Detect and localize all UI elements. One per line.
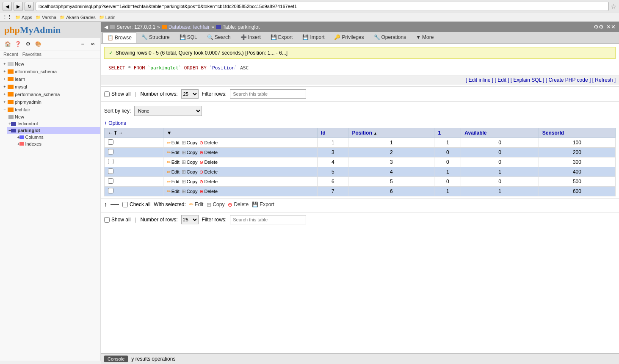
bulk-edit-button[interactable]: ✏ Edit [189, 201, 204, 207]
copy-row-2[interactable]: ⊞ Copy [182, 159, 198, 165]
settings-icon[interactable]: ⚙ [24, 40, 32, 48]
show-all-checkbox-bottom[interactable] [104, 217, 110, 223]
sidebar-item-information-schema[interactable]: + information_schema [0, 68, 100, 75]
filter-input-bottom[interactable] [230, 215, 306, 224]
header-gear-icon[interactable]: ⚙ [594, 24, 604, 30]
show-all-checkbox[interactable] [104, 91, 110, 97]
tab-privileges[interactable]: 🔑 Privileges [329, 32, 368, 43]
edit-row-5[interactable]: ✏ Edit [167, 189, 180, 194]
sidebar-item-indexes[interactable]: + Indexes [15, 141, 100, 147]
delete-row-4[interactable]: ⊖ Delete [199, 179, 218, 185]
col-arrow-right[interactable]: → [118, 130, 123, 136]
sidebar-item-phpmyadmin[interactable]: + phpmyadmin [0, 98, 100, 106]
copy-row-0[interactable]: ⊞ Copy [182, 140, 198, 146]
row-checkbox-0[interactable] [108, 139, 113, 145]
delete-row-0[interactable]: ⊖ Delete [199, 140, 218, 146]
options-link[interactable]: + Options [101, 119, 619, 128]
help-icon[interactable]: ❓ [14, 40, 22, 48]
tab-more[interactable]: ▼ More [411, 32, 438, 43]
address-bar[interactable] [36, 2, 609, 11]
copy-row-4[interactable]: ⊞ Copy [182, 179, 198, 185]
edit-row-2[interactable]: ✏ Edit [167, 160, 180, 165]
rows-select-bottom[interactable]: 25 50 100 250 500 [181, 215, 199, 224]
row-checkbox-3[interactable] [108, 168, 113, 174]
tab-search[interactable]: 🔍 Search [202, 32, 235, 43]
col-arrow-left[interactable]: ← [108, 130, 113, 136]
breadcrumb-database[interactable]: Database: techfair [169, 24, 210, 30]
sort-select[interactable]: None [134, 106, 202, 116]
row-checkbox-5[interactable] [108, 188, 113, 193]
sidebar-techfair-new[interactable]: New [7, 113, 100, 120]
tab-browse[interactable]: 📋 Browse [102, 32, 136, 43]
tab-structure[interactable]: 🔧 Structure [137, 32, 174, 43]
col-available-sort-link[interactable]: Available [464, 130, 486, 136]
edit-link[interactable]: [ Edit ] [495, 77, 509, 83]
bookmark-akash[interactable]: 📁 Akash Grades [60, 15, 96, 20]
edit-row-0[interactable]: ✏ Edit [167, 140, 180, 146]
row-checkbox-2[interactable] [108, 159, 113, 164]
tab-insert[interactable]: ➕ Insert [236, 32, 265, 43]
edit-inline-link[interactable]: [ Edit inline ] [466, 77, 493, 83]
copy-row-5[interactable]: ⊞ Copy [182, 188, 198, 194]
bookmark-varsha[interactable]: 📁 Varsha [36, 15, 56, 20]
sidebar-item-ledcontrol[interactable]: + ledcontrol [7, 120, 100, 127]
col-position-sort-link[interactable]: Position [352, 130, 372, 136]
tab-export[interactable]: 💾 Export [266, 32, 298, 43]
tab-operations-label: Operations [381, 34, 406, 40]
refresh-link[interactable]: [ Refresh ] [592, 77, 616, 83]
copy-row-3[interactable]: ⊞ Copy [182, 169, 198, 175]
delete-row-2[interactable]: ⊖ Delete [199, 160, 218, 165]
sidebar-item-mysql[interactable]: + mysql [0, 83, 100, 91]
tab-import-label: Import [310, 34, 324, 40]
delete-row-1[interactable]: ⊖ Delete [199, 150, 218, 155]
explain-sql-link[interactable]: [ Explain SQL ] [511, 77, 544, 83]
edit-row-1[interactable]: ✏ Edit [167, 150, 180, 155]
sidebar-item-techfair[interactable]: − techfair [0, 106, 100, 113]
check-all-checkbox[interactable] [122, 202, 128, 207]
breadcrumb-sep2: » [211, 24, 214, 30]
filter-input[interactable] [230, 89, 306, 99]
console-button[interactable]: Console [104, 356, 128, 361]
bulk-copy-button[interactable]: ⊞ Copy [207, 201, 224, 208]
tab-import[interactable]: 💾 Import [298, 32, 329, 43]
create-php-link[interactable]: [ Create PHP code ] [546, 77, 591, 83]
bulk-delete-button[interactable]: ⊖ Delete [228, 201, 249, 208]
copy-icon-5: ⊞ [182, 188, 186, 194]
data-table-container: ← T → ▼ Id Position [101, 128, 619, 196]
themes-icon[interactable]: 🎨 [34, 40, 42, 48]
copy-row-1[interactable]: ⊞ Copy [182, 149, 198, 155]
sidebar-item-columns[interactable]: + Columns [15, 134, 100, 141]
breadcrumb-back-icon[interactable]: ◀ [104, 24, 108, 30]
edit-row-3[interactable]: ✏ Edit [167, 169, 180, 175]
sidebar-item-new[interactable]: + New [0, 60, 100, 68]
tab-operations[interactable]: 🔧 Operations [369, 32, 411, 43]
scroll-top-icon[interactable]: ↑ [104, 201, 107, 208]
col-sort-icon[interactable]: ▼ [167, 130, 172, 136]
col-sensorid-sort-link[interactable]: SensorId [542, 130, 564, 136]
sidebar-item-parkinglot[interactable]: − parkinglot [7, 127, 100, 134]
row-checkbox-4[interactable] [108, 178, 113, 184]
delete-row-3[interactable]: ⊖ Delete [199, 169, 218, 175]
row-checkbox-1[interactable] [108, 149, 113, 154]
bookmark-apps[interactable]: 📁 Apps [15, 15, 32, 20]
col-id-sort-link[interactable]: Id [321, 130, 326, 136]
rows-select[interactable]: 25 50 100 250 500 [181, 89, 199, 99]
forward-button[interactable]: ▶ [14, 2, 23, 11]
col-1-sort-link[interactable]: 1 [438, 130, 441, 136]
bookmark-latin[interactable]: 📁 Latin [99, 15, 116, 20]
sidebar-item-perf-schema[interactable]: + performance_schema [0, 91, 100, 98]
collapse-icon[interactable]: − [78, 40, 87, 48]
sidebar-recent-link[interactable]: Recent [3, 52, 18, 57]
tab-sql[interactable]: 💾 SQL [175, 32, 202, 43]
header-close-icon[interactable]: ✕ [606, 24, 616, 30]
back-button[interactable]: ◀ [3, 2, 12, 11]
sidebar-item-learn[interactable]: + learn [0, 75, 100, 83]
home-icon[interactable]: 🏠 [3, 40, 12, 48]
cell-position-4: 5 [348, 177, 434, 187]
sidebar-favorites-link[interactable]: Favorites [22, 52, 41, 57]
delete-row-5[interactable]: ⊖ Delete [199, 189, 218, 194]
edit-row-4[interactable]: ✏ Edit [167, 179, 180, 185]
expand-icon[interactable]: ∞ [88, 40, 97, 48]
reload-button[interactable]: ↻ [25, 2, 34, 11]
bulk-export-button[interactable]: 💾 Export [252, 201, 274, 207]
